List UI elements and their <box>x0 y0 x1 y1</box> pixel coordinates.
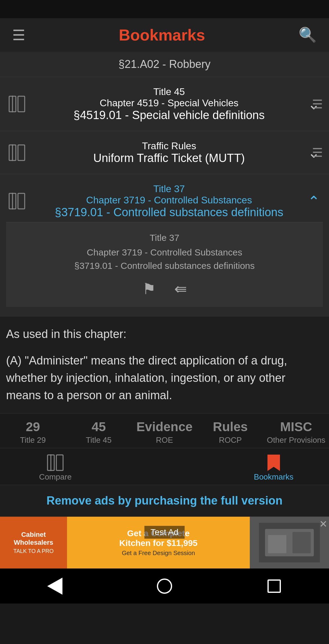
item3-sub-title: Title 37 <box>18 231 311 244</box>
svg-rect-4 <box>18 145 25 160</box>
item3-expanded-sub: Title 37 Chapter 3719 - Controlled Subst… <box>6 222 323 307</box>
ad-middle: Get a Complete Kitchen for $11,995 Get a… <box>67 517 250 568</box>
back-button[interactable] <box>44 575 65 597</box>
item3-header-row: Title 37 Chapter 3719 - Controlled Subst… <box>6 183 323 222</box>
bookmark-item-1[interactable]: Title 45 Chapter 4519 - Special Vehicles… <box>0 77 329 131</box>
menu-icon[interactable]: ☰ <box>12 26 25 44</box>
ad-logo-text: Cabinet Wholesalers <box>3 531 64 547</box>
bookmark-item-3[interactable]: Title 37 Chapter 3719 - Controlled Subst… <box>0 174 329 316</box>
item3-actions: ⚑ ⇚ <box>18 280 311 298</box>
tab-misc-bot: Other Provisions <box>267 435 325 445</box>
app-header: ☰ Bookmarks 🔍 <box>0 18 329 52</box>
item3-sub-chapter: Chapter 3719 - Controlled Substances <box>18 247 311 258</box>
compare-icon-1[interactable] <box>6 93 27 115</box>
tab-45-label: Title 45 <box>86 435 111 445</box>
item3-chapter: Chapter 3719 - Controlled Substances <box>34 195 305 206</box>
bookmark-list: §21.A02 - Robbery Title 45 Chapter 4519 … <box>0 52 329 316</box>
item1-content: Title 45 Chapter 4519 - Special Vehicles… <box>34 86 305 122</box>
tab-title-45[interactable]: 45 Title 45 <box>66 413 132 448</box>
flag-icon[interactable]: ⚑ <box>142 280 156 298</box>
tab-bookmarks[interactable]: Bookmarks <box>218 448 329 485</box>
android-nav <box>0 568 329 604</box>
item3-category: Title 37 <box>34 183 305 195</box>
tab-29-number: 29 <box>26 420 40 434</box>
page-title: Bookmarks <box>119 26 205 44</box>
tab-evidence[interactable]: Evidence ROE <box>132 413 197 448</box>
compare-icon-2[interactable] <box>6 142 27 163</box>
ad-image <box>250 517 329 568</box>
remove-ads-banner[interactable]: Remove ads by purchasing the full versio… <box>0 485 329 517</box>
tab-29-label: Title 29 <box>20 435 46 445</box>
back-icon <box>47 578 62 595</box>
ad-middle-line2: Kitchen for $11,995 <box>119 538 198 548</box>
drag-handle-1[interactable]: ☰ <box>312 97 323 111</box>
item1-chapter: Chapter 4519 - Special Vehicles <box>34 97 305 109</box>
drag-handle-2[interactable]: ☰ <box>312 146 323 160</box>
bottom-nav: 29 Title 29 45 Title 45 Evidence ROE Rul… <box>0 413 329 485</box>
svg-rect-7 <box>18 193 25 209</box>
compare-bookmarks-row: Compare Bookmarks <box>0 448 329 485</box>
remove-ads-text: Remove ads by purchasing the full versio… <box>47 494 283 507</box>
ad-close-icon[interactable]: ✕ <box>319 518 327 530</box>
ad-image-svg <box>259 523 320 562</box>
ad-content: Cabinet Wholesalers TALK TO A PRO Get a … <box>0 517 329 568</box>
svg-rect-1 <box>18 96 25 112</box>
tab-misc-top: MISC <box>280 420 312 434</box>
home-icon <box>157 579 172 594</box>
bookmarks-tab-icon <box>265 454 282 471</box>
share-icon[interactable]: ⇚ <box>174 280 187 298</box>
item2-section: Uniform Traffic Ticket (MUTT) <box>34 152 305 165</box>
status-bar <box>0 0 329 18</box>
compare-label: Compare <box>39 472 72 482</box>
item3-content: Title 37 Chapter 3719 - Controlled Subst… <box>34 183 305 219</box>
tab-45-number: 45 <box>92 420 106 434</box>
tab-rules[interactable]: Rules ROCP <box>197 413 263 448</box>
item3-sub-section: §3719.01 - Controlled substances definit… <box>18 261 311 271</box>
svg-rect-14 <box>268 535 286 553</box>
collapse-chevron-3[interactable]: ⌃ <box>305 193 323 210</box>
svg-rect-15 <box>292 532 311 553</box>
tab-misc[interactable]: MISC Other Provisions <box>263 413 329 448</box>
nav-tabs-row: 29 Title 29 45 Title 45 Evidence ROE Rul… <box>0 413 329 448</box>
ad-logo: Cabinet Wholesalers TALK TO A PRO <box>0 517 67 568</box>
content-area: As used in this chapter: (A) "Administer… <box>0 316 329 413</box>
bookmarks-label: Bookmarks <box>254 472 293 482</box>
item2-category: Traffic Rules <box>34 140 305 152</box>
recent-icon <box>267 579 281 593</box>
tab-title-29[interactable]: 29 Title 29 <box>0 413 66 448</box>
home-button[interactable] <box>154 575 175 597</box>
ad-banner[interactable]: Cabinet Wholesalers TALK TO A PRO Get a … <box>0 517 329 568</box>
content-paragraph-1: As used in this chapter: <box>6 326 323 343</box>
tab-evidence-top: Evidence <box>136 420 193 434</box>
ad-test-label: Test Ad <box>144 526 185 539</box>
partial-bookmark-item[interactable]: §21.A02 - Robbery <box>0 52 329 77</box>
tab-rules-top: Rules <box>213 420 248 434</box>
ad-middle-line3: Get a Free Design Session <box>122 550 195 557</box>
recent-button[interactable] <box>264 575 285 597</box>
bookmark-item-2[interactable]: Traffic Rules Uniform Traffic Ticket (MU… <box>0 131 329 174</box>
tab-compare[interactable]: Compare <box>0 448 111 485</box>
compare-tab-icon <box>47 454 64 471</box>
compare-icon-3[interactable] <box>6 191 27 212</box>
ad-logo-sub: TALK TO A PRO <box>13 548 54 554</box>
item2-content: Traffic Rules Uniform Traffic Ticket (MU… <box>34 140 305 165</box>
tab-evidence-bot: ROE <box>156 435 173 445</box>
partial-item-text: §21.A02 - Robbery <box>119 58 210 70</box>
content-paragraph-2: (A) "Administer" means the direct applic… <box>6 352 323 404</box>
search-icon[interactable]: 🔍 <box>299 26 317 44</box>
tab-rules-bot: ROCP <box>219 435 242 445</box>
svg-rect-10 <box>56 455 63 470</box>
tab-spacer <box>111 448 218 485</box>
item3-section: §3719.01 - Controlled substances definit… <box>34 206 305 219</box>
item1-category: Title 45 <box>34 86 305 97</box>
item1-section: §4519.01 - Special vehicle definitions <box>34 109 305 122</box>
